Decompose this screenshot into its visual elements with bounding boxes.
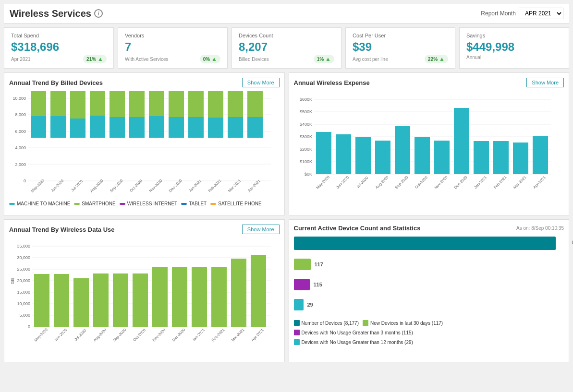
svg-rect-63 [228,91,243,117]
svg-text:Nov-2020: Nov-2020 [433,175,448,190]
info-icon[interactable]: i [94,9,103,18]
kpi-badge: 1% ▲ [314,55,334,63]
svg-rect-93 [454,108,469,174]
kpi-label: Savings [466,33,562,38]
title-text: Wireless Services [10,8,91,19]
show-more-expense[interactable]: Show More [526,78,564,87]
svg-text:May-2020: May-2020 [33,327,49,343]
svg-rect-68 [247,91,263,117]
legend-label: TABLET [189,201,207,206]
stat-bar-row-1: 117 [294,259,564,270]
show-more-data-use[interactable]: Show More [242,225,280,234]
kpi-value: 7 [125,40,220,54]
stat-bar-0 [294,237,556,250]
svg-text:Oct-2020: Oct-2020 [414,175,428,190]
svg-rect-90 [395,126,410,174]
kpi-badge: 0% ▲ [200,55,220,63]
svg-text:Mar-2021: Mar-2021 [231,328,245,343]
svg-text:GB: GB [10,278,15,284]
svg-text:6,000: 6,000 [15,129,26,134]
stat-legend-label-0: Number of Devices (8,177) [302,321,359,326]
svg-text:2,000: 2,000 [15,162,26,167]
stat-section: 8,177 117 115 [294,237,564,310]
kpi-value: $318,696 [11,40,107,54]
page-title: Wireless Services i [10,8,103,19]
svg-rect-131 [113,273,128,327]
stat-legend: Number of Devices (8,177) New Devices in… [294,320,564,345]
svg-text:Aug-2020: Aug-2020 [93,327,108,342]
legend-item-wireless-internet: WIRELESS INTERNET [120,201,177,206]
report-month-section: Report Month APR 2021 [481,8,563,19]
svg-text:15,000: 15,000 [17,290,30,295]
header: Wireless Services i Report Month APR 202… [4,4,569,24]
legend-label: SMARTPHONE [82,201,115,206]
svg-text:Aug-2020: Aug-2020 [374,175,389,190]
svg-rect-23 [70,91,85,119]
kpi-label: Total Spend [11,33,107,38]
kpi-cost-per-user: Cost Per User $39 Avg cost per line 22% … [345,27,455,69]
data-use-svg: GB 35,000 30,000 25,000 20,000 15,000 10… [9,238,276,356]
legend-item-smartphone: SMARTPHONE [74,201,115,206]
kpi-badge: 22% ▲ [425,55,448,63]
svg-rect-38 [129,91,145,117]
svg-text:10,000: 10,000 [17,301,30,306]
stat-bar-value-2: 115 [314,282,322,287]
svg-rect-134 [172,267,187,327]
data-use-chart-area: GB 35,000 30,000 25,000 20,000 15,000 10… [9,238,280,357]
svg-rect-18 [50,91,66,116]
chart-title: Annual Trend By Billed Devices [9,79,103,86]
svg-rect-129 [73,278,89,327]
svg-text:Feb-2021: Feb-2021 [207,178,222,193]
expense-chart-area: $600K $500K $400K $300K $200K $100K $0K [294,91,564,210]
svg-text:Mar-2021: Mar-2021 [227,178,242,193]
svg-rect-47 [169,117,184,138]
kpi-label: Cost Per User [353,33,448,38]
svg-text:Sep-2020: Sep-2020 [112,327,127,342]
legend-label: MACHINE TO MACHINE [17,201,70,206]
svg-text:Dec-2020: Dec-2020 [453,175,468,190]
stat-bar-value-3: 29 [307,302,313,308]
svg-text:Nov-2020: Nov-2020 [148,178,163,193]
legend-color-satellite [210,203,216,205]
svg-rect-132 [133,273,148,327]
badge-arrow: ▲ [98,56,103,62]
show-more-billed-devices[interactable]: Show More [242,78,280,87]
svg-text:$600K: $600K [299,97,312,102]
billed-devices-legend: MACHINE TO MACHINE SMARTPHONE WIRELESS I… [9,201,280,206]
svg-rect-127 [34,274,49,327]
kpi-row: Total Spend $318,696 Apr 2021 21% ▲ Vend… [4,27,569,69]
stat-bar-2 [294,279,310,290]
stat-legend-label-2: Devices with No Usage Greater than 3 mon… [302,330,413,335]
svg-text:5,000: 5,000 [19,313,30,318]
svg-text:Feb-2021: Feb-2021 [211,328,226,343]
stat-legend-dot-1 [363,320,368,326]
svg-rect-27 [90,116,105,138]
svg-text:Mar-2021: Mar-2021 [512,175,527,190]
page: Wireless Services i Report Month APR 202… [0,0,573,392]
svg-rect-22 [70,119,85,138]
report-month-select[interactable]: APR 2021 [519,8,563,19]
stat-legend-dot-0 [294,320,300,326]
svg-rect-67 [247,117,263,138]
svg-text:Jan-2021: Jan-2021 [191,328,206,342]
svg-text:$200K: $200K [299,147,312,152]
svg-text:$400K: $400K [299,122,312,127]
svg-rect-17 [50,116,66,138]
badge-arrow: ▲ [211,56,217,62]
kpi-value: $449,998 [466,40,562,54]
charts-row-1: Annual Trend By Billed Devices Show More… [4,72,569,215]
kpi-devices-count: Devices Count 8,207 Billed Devices 1% ▲ [232,27,341,69]
badge-value: 22% [428,57,438,62]
svg-text:0: 0 [28,324,30,329]
badge-arrow: ▲ [325,56,331,62]
stat-bar-row-0: 8,177 [294,237,564,250]
legend-color-tablet [181,203,187,205]
stat-legend-0: Number of Devices (8,177) [294,320,359,326]
svg-text:Jul-2020: Jul-2020 [73,328,87,342]
kpi-sub-text: Apr 2021 [11,57,31,62]
svg-text:Jul-2020: Jul-2020 [355,176,369,189]
chart-title: Current Active Device Count and Statisti… [294,225,421,232]
svg-rect-138 [251,255,266,327]
svg-rect-130 [93,273,109,327]
svg-rect-12 [31,116,46,138]
